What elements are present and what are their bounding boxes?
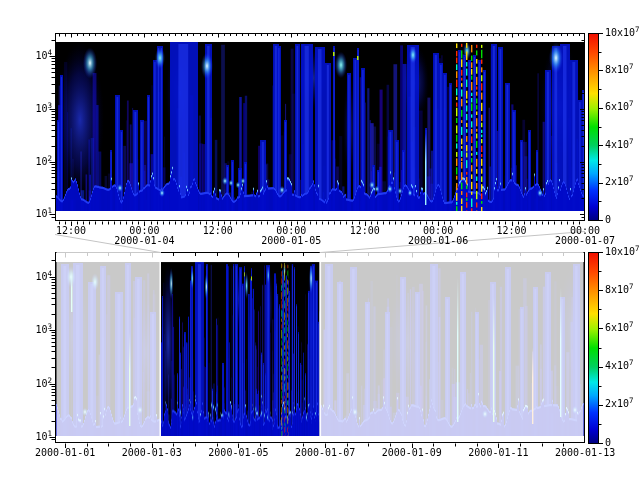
x-tick-label: 2000-01-03 [122, 447, 182, 458]
selection-region[interactable] [161, 252, 320, 443]
detail-spectrogram-canvas [55, 33, 585, 221]
colorbar-tick-label: 0 [605, 437, 611, 448]
colorbar-tick-label: 2x107 [605, 176, 634, 187]
colorbar-tick-label: 0 [605, 214, 611, 225]
colorbar-tick-label: 2x107 [605, 398, 634, 409]
x-tick-label: 2000-01-07 [295, 447, 355, 458]
x-date-label: 2000-01-05 [256, 235, 326, 246]
y-tick-label: 101 [18, 208, 52, 219]
y-tick-label: 103 [18, 103, 52, 114]
colorbar-tick-label: 4x107 [605, 139, 634, 150]
spectrogram-figure: 12:0000:002000-01-0412:0000:002000-01-05… [0, 0, 640, 480]
colorbar-tick-label: 8x107 [605, 284, 634, 295]
x-tick-label: 12:00 [41, 225, 101, 236]
y-tick-label: 102 [18, 156, 52, 167]
y-tick-label: 104 [18, 50, 52, 61]
colorbar-tick-label: 10x107 [605, 246, 640, 257]
colorbar-tick-label: 8x107 [605, 64, 634, 75]
x-tick-label: 2000-01-01 [35, 447, 95, 458]
x-tick-label: 2000-01-05 [208, 447, 268, 458]
x-date-label: 2000-01-07 [550, 235, 620, 246]
y-tick-label: 102 [18, 378, 52, 389]
colorbar-tick-label: 4x107 [605, 360, 634, 371]
x-tick-label: 12:00 [335, 225, 395, 236]
colorbar-tick-label: 6x107 [605, 101, 634, 112]
y-tick-label: 104 [18, 271, 52, 282]
colorbar-tick-label: 6x107 [605, 322, 634, 333]
context-spectrogram-canvas[interactable] [55, 252, 585, 443]
colorbar-context [588, 252, 599, 444]
x-tick-label: 2000-01-09 [382, 447, 442, 458]
x-tick-label: 12:00 [482, 225, 542, 236]
x-date-label: 2000-01-06 [403, 235, 473, 246]
y-tick-label: 101 [18, 431, 52, 442]
x-tick-label: 2000-01-13 [555, 447, 615, 458]
colorbar-tick-label: 10x107 [605, 27, 640, 38]
x-tick-label: 2000-01-11 [468, 447, 528, 458]
x-date-label: 2000-01-04 [109, 235, 179, 246]
x-tick-label: 12:00 [188, 225, 248, 236]
colorbar-detail [588, 33, 599, 221]
y-tick-label: 103 [18, 324, 52, 335]
